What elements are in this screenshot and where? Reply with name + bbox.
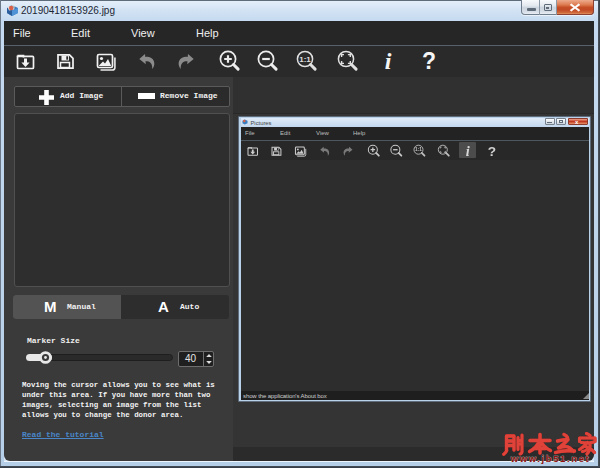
svg-text:www.jb51.net: www.jb51.net <box>510 453 591 464</box>
